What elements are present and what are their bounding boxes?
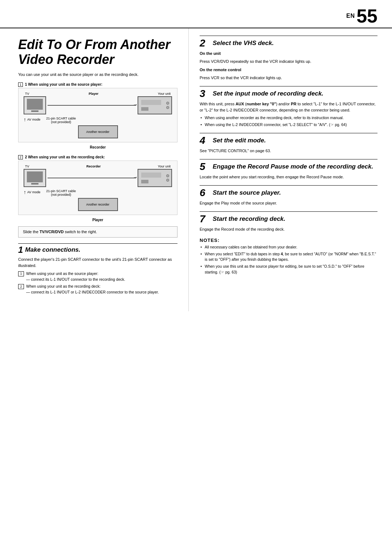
step5-main-body: Locate the point where you start recordi… [200,174,377,180]
diagram1-your-unit: Your unit [158,92,171,96]
step4-header: 4 Set the edit mode. [200,135,377,146]
step2-number: 2 [200,38,210,48]
diagram1-scart1: 21-pin SCART cable [46,117,76,120]
step2-sub2-body: Press VCR so that the VCR indicator ligh… [200,75,377,81]
intro-text: You can use your unit as the source play… [18,72,177,78]
diagram1-av-label: AV mode [27,118,40,121]
step6-body: Engage the Play mode of the source playe… [200,200,377,206]
diagram1-player-label: Player [89,92,98,96]
step5-number: 5 [200,162,210,172]
step2-sub1-label: On the unit [200,50,377,57]
diagram2-your-unit: Your unit [158,165,171,168]
step3-bullet-2: When using the L-2 IN/DECODER connector,… [200,122,377,128]
step4-main-body: See "PICTURE CONTROL" on page 63. [200,148,377,154]
page: EN 55 Edit To Or From Another Video Reco… [0,0,392,555]
diagram2-connector: → [46,178,138,178]
diagram1-tv-label: TV [25,92,29,96]
step1-item-1: 1 When using your unit as the source pla… [18,271,177,283]
unit-box-2 [138,169,172,187]
en-label: EN [346,13,355,19]
step2-sub2-label: On the remote control [200,67,377,73]
right-column: 2 Select the VHS deck. On the unit Press… [189,28,392,311]
tv-box-1 [24,96,46,114]
diagram1-below-label: Recorder [18,145,177,149]
tv-box-2 [24,169,46,187]
step1-item-2: 2 When using your unit as the recording … [18,284,177,295]
step3-main-body: With this unit, press AUX (number key "0… [200,101,377,113]
step2-sub1-body: Press VCR/DVD repeatedly so that the VCR… [200,58,377,65]
step3-number: 3 [200,89,210,99]
step5-title: Engage the Record Pause mode of the reco… [213,162,373,170]
step6-section: 6 Start the source player. Engage the Pl… [200,185,377,206]
another-recorder-2: Another recorder [78,198,118,211]
step6-title: Start the source player. [213,188,281,197]
step3-bullet-1: When using another recorder as the recor… [200,115,377,121]
step1-header: 1 Make connections. [18,243,177,254]
step1-title: Make connections. [25,246,80,254]
step2-body: On the unit Press VCR/DVD repeatedly so … [200,50,377,81]
step5-section: 5 Engage the Record Pause mode of the re… [200,159,377,180]
diagram2-below-label: Player [18,218,177,222]
step6-header: 6 Start the source player. [200,188,377,198]
step2-title: Select the VHS deck. [213,38,274,47]
step4-number: 4 [200,135,210,146]
diagram2-label: 2 2 When using your unit as the recordin… [18,155,177,159]
step3-title: Set the input mode of recording deck. [213,89,323,97]
diagram1-top-labels: TV Player Your unit [24,92,172,96]
content-wrapper: Edit To Or From Another Video Recorder Y… [0,28,392,311]
diagram2-top-labels: TV Recorder Your unit [24,165,172,168]
step4-body: See "PICTURE CONTROL" on page 63. [200,148,377,154]
step1-section: 1 Make connections. Connect the player's… [18,243,177,295]
step7-section: 7 Start the recording deck. Engage the R… [200,211,377,232]
left-column: Edit To Or From Another Video Recorder Y… [0,28,189,311]
diagram1-box: TV Player Your unit [18,88,177,142]
diagram2-tv-label: TV [25,165,29,168]
another-recorder-1: Another recorder [78,125,118,138]
step6-main-body: Engage the Play mode of the source playe… [200,200,377,206]
step1-items: 1 When using your unit as the source pla… [18,271,177,295]
notes-item-3: When you use this unit as the source pla… [200,264,377,275]
notes-section: NOTES: All necessary cables can be obtai… [200,238,377,275]
page-number-bar: EN 55 [0,0,392,28]
step3-body: With this unit, press AUX (number key "0… [200,101,377,128]
step7-title: Start the recording deck. [213,214,285,223]
notes-title: NOTES: [200,238,377,243]
main-title: Edit To Or From Another Video Recorder [18,37,177,67]
step7-main-body: Engage the Record mode of the recording … [200,226,377,232]
diagram2-av-label: AV mode [27,190,40,194]
step4-title: Set the edit mode. [213,135,266,144]
unit-box-1 [138,96,172,114]
step7-number: 7 [200,214,210,224]
step2-header: 2 Select the VHS deck. [200,38,377,48]
step3-section: 3 Set the input mode of recording deck. … [200,86,377,128]
diagram2-recorder-label: Recorder [86,165,101,168]
step2-section: 2 Select the VHS deck. On the unit Press… [200,36,377,81]
diagram2-scart1: 21-pin SCART cable [46,189,76,193]
slide-note: Slide the TV/VCR/DVD switch to the right… [18,226,177,238]
notes-item-2: When you select "EDIT" to dub tapes in s… [200,251,377,263]
diagram2-scart2: (not provided) [46,193,76,197]
step1-number: 1 [18,246,23,254]
step5-header: 5 Engage the Record Pause mode of the re… [200,162,377,172]
diagram1-scart2: (not provided) [46,120,76,124]
diagram-2: 2 2 When using your unit as the recordin… [18,155,177,222]
page-number: 55 [356,7,377,25]
step6-number: 6 [200,188,210,198]
diagram1-label: 1 1 When using your unit as the source p… [18,82,177,86]
step7-header: 7 Start the recording deck. [200,214,377,224]
step3-header: 3 Set the input mode of recording deck. [200,89,377,99]
notes-item-1: All necessary cables can be obtained fro… [200,244,377,250]
diagram-1: 1 1 When using your unit as the source p… [18,82,177,149]
step7-body: Engage the Record mode of the recording … [200,226,377,232]
step5-body: Locate the point where you start recordi… [200,174,377,180]
diagram2-box: TV Recorder Your unit → [18,161,177,215]
diagram1-connector: → [46,105,138,106]
step1-body: Connect the player's 21-pin SCART connec… [18,256,177,269]
step4-section: 4 Set the edit mode. See "PICTURE CONTRO… [200,133,377,154]
